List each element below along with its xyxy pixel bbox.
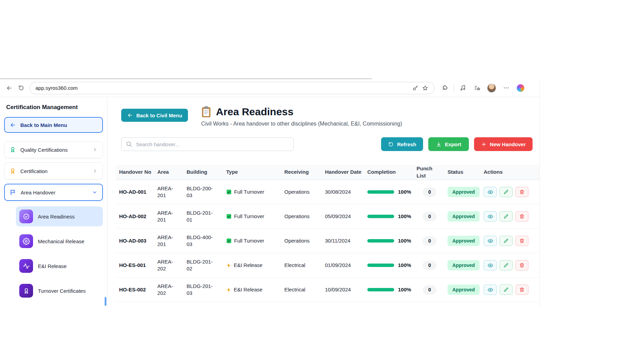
status-badge: Approved: [448, 211, 480, 222]
edit-button[interactable]: [500, 211, 513, 222]
browser-menu-button[interactable]: [500, 82, 512, 94]
action-buttons: Refresh Export New Handover: [381, 137, 533, 151]
chevron-right-icon: [92, 168, 98, 174]
browser-toolbar: app.syros360.com: [0, 79, 539, 97]
completion-value: 100%: [398, 189, 411, 195]
status-badge: Approved: [448, 236, 480, 246]
edit-button[interactable]: [500, 260, 513, 270]
key-icon: [412, 85, 419, 91]
area-cell: AREA-201: [155, 210, 175, 224]
edit-button[interactable]: [500, 285, 513, 295]
view-button[interactable]: [484, 187, 497, 197]
punch-badge: 0: [423, 261, 437, 270]
new-handover-button[interactable]: New Handover: [474, 137, 533, 151]
table-row: HO-AD-002 AREA-201 BLDG-201-01 Full Turn…: [116, 204, 539, 229]
chevron-right-icon: [92, 147, 98, 152]
arrow-left-icon: [127, 112, 133, 118]
browser-refresh-button[interactable]: [15, 82, 27, 94]
password-key-button[interactable]: [411, 83, 420, 93]
delete-button[interactable]: [515, 211, 528, 222]
col-handover-date: Handover Date: [322, 169, 365, 175]
url-text[interactable]: app.syros360.com: [35, 85, 411, 91]
actions-cell: [481, 260, 539, 270]
punch-cell: 0: [414, 261, 445, 270]
status-cell: Approved: [445, 187, 481, 197]
col-handover-no: Handover No: [116, 169, 155, 175]
refresh-label: Refresh: [397, 141, 416, 147]
handover-no: HO-AD-002: [116, 213, 155, 220]
table-header: Handover No Area Building Type Receiving…: [116, 165, 539, 180]
ellipsis-icon: [503, 85, 509, 91]
col-actions: Actions: [481, 169, 539, 175]
sidebar-item-area-handover[interactable]: Area Handover: [4, 184, 103, 201]
delete-button[interactable]: [515, 187, 528, 197]
trash-icon: [519, 214, 525, 219]
sidebar-subitem-label: E&I Release: [38, 263, 66, 269]
back-to-civil-menu-button[interactable]: Back to Civil Menu: [121, 109, 188, 122]
title-block: Area Readiness Civil Works - Area handov…: [201, 106, 402, 127]
main-content: Back to Civil Menu Area Readiness Civil …: [107, 97, 539, 307]
sidebar-item-label: Quality Certifications: [20, 147, 88, 153]
avatar: [487, 84, 496, 93]
completion-value: 100%: [398, 262, 411, 269]
status-badge: Approved: [448, 260, 480, 271]
sidebar-item-certification[interactable]: Certification: [4, 162, 103, 180]
handover-no: HO-AD-003: [116, 237, 155, 244]
view-button[interactable]: [484, 211, 497, 222]
page-subtitle: Civil Works - Area handover to other dis…: [201, 121, 402, 127]
export-button[interactable]: Export: [428, 137, 469, 151]
address-bar[interactable]: app.syros360.com: [30, 82, 434, 94]
view-button[interactable]: [484, 236, 497, 246]
award-icon: [9, 146, 16, 153]
favorite-star-button[interactable]: [420, 83, 430, 93]
browser-back-button[interactable]: [3, 82, 15, 94]
delete-button[interactable]: [515, 236, 528, 246]
receiving-cell: Operations: [282, 189, 322, 195]
sidebar-subitem-turnover-certificates[interactable]: Turnover Certificates: [16, 281, 103, 301]
sidebar-subitem-area-readiness[interactable]: Area Readiness: [16, 206, 103, 226]
sidebar: Certification Management Back to Main Me…: [0, 97, 107, 307]
edit-button[interactable]: [500, 187, 513, 197]
copilot-button[interactable]: [515, 82, 526, 94]
eye-icon: [487, 263, 493, 268]
back-to-main-menu-button[interactable]: Back to Main Menu: [4, 117, 103, 133]
favorites-bar-button[interactable]: [471, 82, 483, 94]
delete-button[interactable]: [515, 285, 528, 295]
punch-cell: 0: [414, 212, 445, 221]
building-cell: BLDG-201-03: [184, 283, 216, 297]
view-button[interactable]: [484, 260, 497, 270]
search-input[interactable]: [121, 137, 294, 151]
receiving-cell: Operations: [282, 237, 322, 244]
sidebar-item-label: Certification: [20, 168, 88, 174]
edit-button[interactable]: [500, 236, 513, 246]
lightning-bolt-icon: [226, 263, 231, 268]
refresh-button[interactable]: Refresh: [381, 137, 423, 151]
extensions-button[interactable]: [439, 82, 451, 94]
punch-badge: 0: [423, 212, 437, 221]
browser-essentials-button[interactable]: [457, 82, 469, 94]
type-label: Full Turnover: [234, 213, 264, 220]
col-building: Building: [184, 169, 223, 175]
sidebar-scrollbar[interactable]: [105, 297, 106, 306]
view-button[interactable]: [484, 285, 497, 295]
toolbar-divider: [454, 85, 454, 92]
type-label: E&I Release: [234, 286, 262, 293]
type-label: Full Turnover: [234, 237, 264, 244]
punch-cell: 0: [414, 285, 445, 295]
back-to-main-menu-label: Back to Main Menu: [20, 122, 67, 128]
sidebar-item-quality-certifications[interactable]: Quality Certifications: [4, 141, 103, 158]
sidebar-subitem-ei-release[interactable]: E&I Release: [16, 256, 103, 276]
sidebar-subitem-mechanical-release[interactable]: Mechanical Release: [16, 231, 103, 251]
trash-icon: [519, 287, 525, 292]
profile-button[interactable]: [486, 82, 497, 94]
building-cell: BLDG-201-02: [184, 258, 216, 272]
delete-button[interactable]: [515, 260, 528, 270]
building-cell: BLDG-400-03: [184, 234, 216, 248]
refresh-icon: [18, 85, 24, 91]
sidebar-title: Certification Management: [6, 104, 101, 111]
sidebar-submenu: Area Readiness Mechanical Release E&I Re…: [16, 206, 103, 301]
back-to-civil-menu-label: Back to Civil Menu: [136, 113, 182, 118]
check-square-icon: [226, 214, 232, 219]
download-icon: [436, 141, 442, 147]
area-cell: AREA-202: [155, 258, 175, 272]
